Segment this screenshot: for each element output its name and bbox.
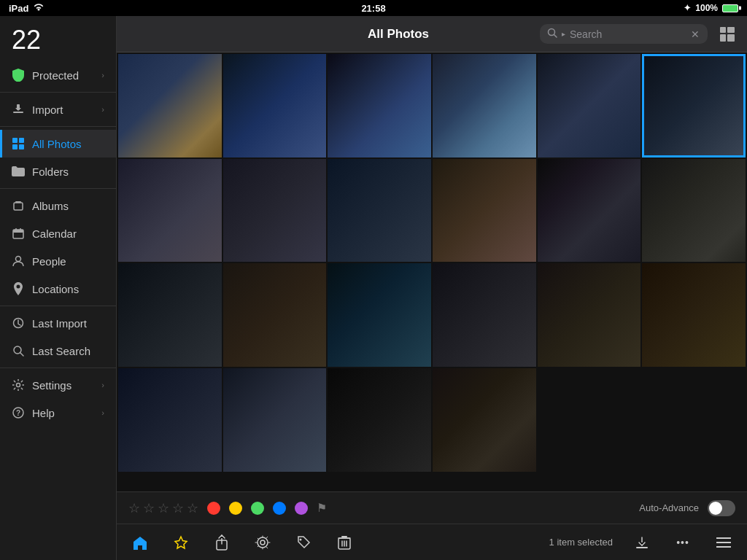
sidebar-item-calendar-label: Calendar: [32, 228, 77, 240]
table-row[interactable]: [328, 368, 431, 472]
table-row[interactable]: [223, 54, 327, 158]
svg-point-27: [258, 537, 268, 548]
sidebar-item-protected-label: Protected: [32, 69, 79, 82]
search-arrow-icon: ▸: [562, 30, 565, 38]
sidebar-item-protected[interactable]: Protected ›: [0, 61, 116, 89]
svg-rect-22: [720, 27, 726, 33]
table-row[interactable]: [118, 54, 222, 158]
table-row[interactable]: [118, 368, 222, 472]
sidebar-item-all-photos-label: All Photos: [32, 138, 82, 150]
shield-icon: [12, 69, 25, 82]
status-bar: iPad 21:58 ✦ 100%: [0, 0, 747, 16]
sidebar-item-people[interactable]: People: [0, 247, 116, 275]
bluetooth-icon: ✦: [684, 3, 691, 13]
stack-button[interactable]: [251, 531, 274, 554]
status-left: iPad: [9, 3, 44, 14]
flag-icon[interactable]: ⚑: [317, 501, 327, 515]
status-time: 21:58: [361, 3, 385, 14]
tag-button[interactable]: [292, 531, 315, 554]
search-clear-button[interactable]: ✕: [691, 28, 700, 40]
delete-button[interactable]: [333, 531, 356, 554]
table-row[interactable]: [538, 263, 641, 367]
table-row[interactable]: [538, 54, 641, 158]
chevron-right-icon: ›: [101, 71, 104, 79]
wifi-icon: [33, 3, 44, 14]
download-button[interactable]: [630, 531, 654, 554]
table-row[interactable]: [538, 159, 641, 262]
chevron-right-icon: ›: [101, 408, 104, 417]
sidebar-item-help-label: Help: [32, 407, 55, 419]
svg-point-29: [300, 538, 302, 540]
top-bar: All Photos ▸ ✕: [117, 16, 747, 52]
svg-rect-0: [13, 112, 23, 113]
svg-rect-8: [15, 201, 21, 203]
battery-label: 100%: [695, 3, 718, 13]
table-row[interactable]: [433, 159, 536, 262]
table-row[interactable]: [642, 159, 746, 262]
auto-advance-toggle[interactable]: [708, 500, 735, 516]
table-row[interactable]: [328, 263, 431, 367]
search-input[interactable]: [570, 28, 686, 40]
menu-button[interactable]: [712, 531, 735, 554]
color-purple[interactable]: [295, 502, 308, 515]
import-icon: [12, 103, 25, 116]
content-area: All Photos ▸ ✕: [117, 16, 747, 560]
color-green[interactable]: [251, 502, 264, 515]
calendar-icon: [12, 227, 25, 240]
color-yellow[interactable]: [229, 502, 242, 515]
sidebar-item-import[interactable]: Import ›: [0, 96, 116, 123]
sidebar-item-help[interactable]: ? Help ›: [0, 399, 116, 427]
chevron-right-icon: ›: [101, 381, 104, 389]
table-row[interactable]: [433, 368, 536, 472]
person-icon: [12, 254, 25, 268]
action-bar: 1 item selected •••: [117, 524, 747, 560]
svg-point-17: [17, 384, 20, 387]
table-row[interactable]: [223, 159, 327, 262]
sidebar-item-last-import[interactable]: Last Import: [0, 309, 116, 337]
star-2[interactable]: ☆: [143, 500, 155, 516]
table-row[interactable]: [118, 159, 222, 262]
sidebar-item-all-photos[interactable]: All Photos: [0, 130, 116, 158]
sidebar-item-last-search[interactable]: Last Search: [0, 337, 116, 365]
table-row[interactable]: [433, 263, 536, 367]
table-row[interactable]: [223, 368, 327, 472]
star-1[interactable]: ☆: [128, 500, 140, 516]
star-5[interactable]: ☆: [187, 500, 198, 516]
svg-rect-10: [13, 230, 23, 233]
star-3[interactable]: ☆: [158, 500, 169, 516]
star-rating[interactable]: ☆ ☆ ☆ ☆ ☆: [128, 500, 198, 516]
sidebar-divider-3: [0, 188, 116, 189]
more-options-button[interactable]: •••: [671, 531, 694, 554]
svg-rect-3: [12, 138, 18, 143]
sidebar-item-folders[interactable]: Folders: [0, 158, 116, 185]
star-4[interactable]: ☆: [172, 500, 184, 516]
table-row[interactable]: [223, 263, 327, 367]
sidebar-item-calendar[interactable]: Calendar: [0, 219, 116, 247]
color-blue[interactable]: [273, 502, 286, 515]
sidebar-item-albums[interactable]: Albums: [0, 192, 116, 219]
folder-icon: [12, 165, 25, 178]
table-row[interactable]: [328, 54, 431, 158]
home-button[interactable]: [128, 531, 152, 554]
grid-toggle-button[interactable]: [716, 23, 738, 45]
table-row[interactable]: [642, 54, 746, 158]
sidebar-item-import-label: Import: [32, 104, 63, 116]
svg-rect-23: [727, 27, 735, 33]
table-row[interactable]: [433, 54, 536, 158]
table-row[interactable]: [118, 263, 222, 367]
auto-advance-label: Auto-Advance: [639, 502, 699, 513]
share-button[interactable]: [210, 531, 233, 554]
svg-rect-6: [19, 144, 24, 149]
svg-rect-5: [12, 144, 18, 149]
search-bar[interactable]: ▸ ✕: [540, 24, 708, 44]
table-row[interactable]: [328, 159, 431, 262]
favorites-button[interactable]: [169, 531, 193, 554]
sidebar-item-settings-label: Settings: [32, 379, 71, 392]
sidebar-item-settings[interactable]: Settings ›: [0, 371, 116, 399]
sidebar-item-locations[interactable]: Locations: [0, 275, 116, 303]
sidebar-item-people-label: People: [32, 255, 66, 268]
help-icon: ?: [12, 406, 25, 419]
color-red[interactable]: [207, 502, 220, 515]
svg-point-28: [260, 540, 265, 545]
table-row[interactable]: [642, 263, 746, 367]
